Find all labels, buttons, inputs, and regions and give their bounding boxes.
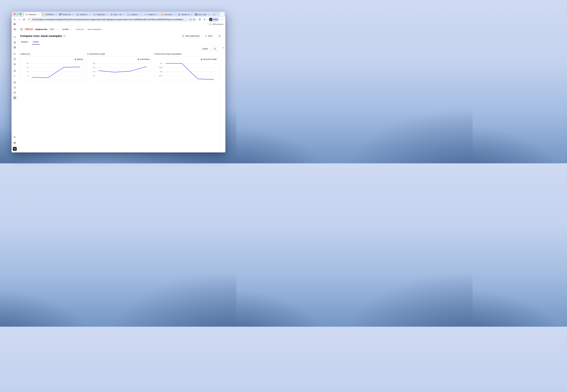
browser-tab[interactable]: docs: add× xyxy=(194,12,211,17)
browser-tab[interactable]: Datasets | L× xyxy=(75,12,92,17)
tab-charts[interactable]: Charts xyxy=(32,41,39,44)
project-name[interactable]: no-filter xyxy=(62,28,69,30)
new-tab-button[interactable] xyxy=(213,13,216,16)
forward-button[interactable] xyxy=(17,17,21,21)
browser-tab[interactable]: Blog - Lang× xyxy=(109,12,126,17)
chart-legend: Correctness xyxy=(89,58,150,61)
svg-text:12: 12 xyxy=(27,67,28,68)
user-avatar[interactable] xyxy=(13,147,17,151)
tab-close-icon[interactable]: × xyxy=(72,14,74,15)
tab-close-icon[interactable]: × xyxy=(173,14,176,15)
chart-plot: 161284 xyxy=(22,61,83,81)
breadcrumb-current-item: basic-examples xyxy=(88,28,101,30)
browser-tab[interactable]: Google Ge× xyxy=(143,12,160,17)
tab-title: Langfuse - xyxy=(130,14,139,15)
browser-tab[interactable]: Organizatio× xyxy=(92,12,109,17)
sidebar-item-sessions[interactable] xyxy=(13,57,17,61)
browser-tab[interactable]: 20250923× xyxy=(41,12,58,17)
sidebar-item-insights[interactable] xyxy=(13,85,17,90)
project-chevron-icon[interactable] xyxy=(70,28,72,30)
sidebar-item-playground[interactable] xyxy=(13,73,17,78)
new-experiment-button[interactable]: New experiment xyxy=(180,34,201,38)
sidebar-item-annotation[interactable] xyxy=(13,90,17,95)
chart-plot: 0.80.60.40.2 xyxy=(89,61,150,81)
minimize-window-button[interactable] xyxy=(17,13,18,15)
maximize-window-button[interactable] xyxy=(19,13,21,15)
sidebar-item-settings[interactable] xyxy=(13,135,17,139)
sidebar-bottom xyxy=(13,134,17,151)
langfuse-logo[interactable] xyxy=(13,28,16,31)
calendar-favicon: 6 xyxy=(127,14,129,16)
svg-text:16: 16 xyxy=(27,62,28,64)
sidebar-item-dashboard[interactable] xyxy=(13,45,17,50)
chart-title: Latency (s) xyxy=(20,53,85,55)
sidebar-item-evaluators[interactable] xyxy=(13,80,17,84)
apps-grid-icon[interactable] xyxy=(14,23,16,25)
breadcrumb-separator xyxy=(73,28,75,30)
tab-close-icon[interactable]: × xyxy=(55,14,57,15)
sidebar-item-prompts[interactable] xyxy=(13,68,17,73)
profile-avatar xyxy=(209,18,213,21)
refresh-button[interactable] xyxy=(22,17,26,21)
tab-close-icon[interactable]: × xyxy=(140,14,142,15)
sidebar-item-home[interactable] xyxy=(13,40,17,44)
tab-close-icon[interactable]: × xyxy=(89,14,91,15)
site-controls-icon[interactable] xyxy=(27,18,31,21)
tab-search-button[interactable] xyxy=(220,12,224,16)
org-plan-badge: Team xyxy=(49,28,55,30)
tab-close-icon[interactable]: × xyxy=(123,14,125,15)
tab-close-icon[interactable]: × xyxy=(156,14,159,15)
langfuse-favicon xyxy=(110,14,113,16)
bookmark-star-icon[interactable] xyxy=(193,18,195,21)
page-title: Compare runs: basic-examples xyxy=(20,34,62,38)
runs-dropdown-button[interactable]: Runs 4 xyxy=(203,34,223,38)
chart-legend: latency xyxy=(22,58,83,61)
list-icon xyxy=(205,35,207,37)
tab-close-icon[interactable]: × xyxy=(190,14,193,15)
tab-close-icon[interactable]: × xyxy=(207,14,210,15)
browser-tab[interactable]: Marlies we× xyxy=(177,12,194,17)
sidebar-item-search[interactable] xyxy=(13,35,17,39)
browser-toolbar: cloud.langfuse.com/project/cmfwgv8fx002o… xyxy=(12,17,226,22)
chart-block: # Parse Error Rate (annotation)Parse Err… xyxy=(154,51,218,82)
zoom-icon[interactable] xyxy=(189,18,192,21)
back-button[interactable] xyxy=(13,17,17,21)
bookmarks-bar: All Bookmarks xyxy=(12,22,226,26)
chart-title: # Correctness (eval) xyxy=(87,53,151,55)
password-manager-icon[interactable] xyxy=(198,17,202,21)
sidebar-toggle-icon[interactable] xyxy=(20,28,23,30)
bookmarks-divider xyxy=(207,23,208,25)
sidebar-item-support[interactable] xyxy=(13,140,17,145)
sidebar-item-tracing[interactable] xyxy=(13,52,17,56)
charts-grid: Latency (s)latency161284# Correctness (e… xyxy=(18,51,221,82)
browser-tab[interactable]: feat(io-tab× xyxy=(58,12,75,17)
breadcrumb-datasets-link[interactable]: Datasets xyxy=(76,28,84,30)
info-icon[interactable] xyxy=(63,35,66,37)
profile-chip[interactable]: Work xyxy=(209,17,219,22)
extensions-puzzle-icon[interactable] xyxy=(202,17,206,21)
runs-count-badge: 4 xyxy=(218,34,221,38)
charts-dropdown-button[interactable]: Charts 3 xyxy=(200,46,218,51)
org-chevron-icon[interactable] xyxy=(56,28,58,30)
langfuse-blue-favicon xyxy=(76,14,79,16)
browser-menu-icon[interactable] xyxy=(220,17,224,21)
close-window-button[interactable] xyxy=(14,13,15,15)
tab-outputs[interactable]: Outputs xyxy=(20,41,28,44)
browser-tab[interactable]: Datasets | L× xyxy=(24,12,41,17)
expand-panel-chevron-icon[interactable] xyxy=(222,47,224,153)
browser-tab[interactable]: Accounts |× xyxy=(160,12,177,17)
view-tabs: Outputs Charts xyxy=(18,40,226,45)
profile-label: Work xyxy=(213,18,218,21)
url-bar[interactable]: cloud.langfuse.com/project/cmfwgv8fx002o… xyxy=(27,17,197,22)
tab-title: Marlies we xyxy=(181,14,190,15)
sidebar-item-datasets[interactable] xyxy=(13,96,17,100)
sidebar-item-users[interactable] xyxy=(13,62,17,66)
all-bookmarks[interactable]: All Bookmarks xyxy=(207,23,224,25)
browser-tab[interactable]: 6Langfuse -× xyxy=(126,12,143,17)
tab-close-icon[interactable]: × xyxy=(38,14,40,15)
tab-close-icon[interactable]: × xyxy=(106,14,108,15)
legend-label: Parse Error Rate xyxy=(203,58,217,60)
url-text[interactable]: cloud.langfuse.com/project/cmfwgv8fx002o… xyxy=(32,18,188,21)
chart-card: Correctness0.80.60.40.2 xyxy=(87,56,151,82)
org-name[interactable]: langfuse-dev xyxy=(35,28,47,30)
